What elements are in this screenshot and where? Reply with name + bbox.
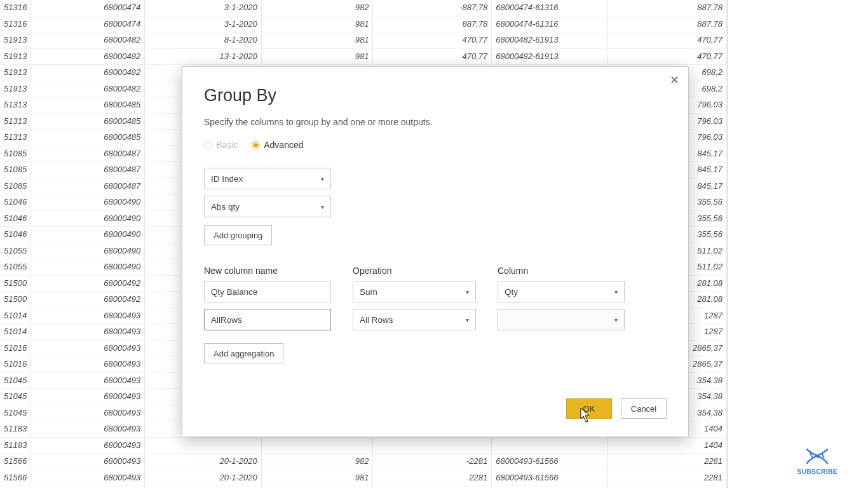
- table-row[interactable]: 510466800049429-1-2020981-191,8868000494…: [0, 486, 727, 489]
- table-cell: 68000487: [31, 146, 145, 162]
- table-cell: 51016: [0, 340, 31, 356]
- agg-name-input-1[interactable]: [204, 309, 331, 330]
- table-cell: 68000474-61316: [492, 0, 608, 16]
- table-cell: 470,77: [373, 48, 492, 65]
- table-cell: 51913: [0, 65, 31, 81]
- table-cell: 51046: [0, 194, 31, 211]
- table-row[interactable]: 515666800049320-1-2020982-228168000493-6…: [0, 454, 727, 470]
- table-cell: 470,77: [608, 32, 727, 49]
- table-row[interactable]: 51183680004931404: [0, 437, 727, 454]
- table-cell: 68000487: [31, 162, 145, 179]
- table-cell: 20-1-2020: [145, 470, 262, 486]
- table-cell: 51085: [0, 146, 31, 162]
- table-cell: 68000494: [31, 486, 145, 489]
- table-cell: 51500: [0, 275, 31, 292]
- table-cell: 51183: [0, 437, 31, 454]
- aggregation-row: All Rows ▾ ▾: [204, 309, 667, 330]
- table-cell: 3-1-2020: [145, 16, 262, 32]
- table-cell: 51055: [0, 259, 31, 276]
- agg-operation-select-1[interactable]: All Rows ▾: [353, 309, 476, 330]
- table-cell: 51046: [0, 486, 31, 489]
- table-cell: 51913: [0, 32, 31, 49]
- table-cell: 2281: [608, 470, 727, 486]
- table-cell: 68000482-61913: [492, 48, 608, 65]
- close-icon[interactable]: ✕: [667, 73, 682, 88]
- table-row[interactable]: 51316680004743-1-2020981887,7868000474-6…: [0, 16, 727, 32]
- table-cell: 8-1-2020: [145, 32, 262, 49]
- table-cell: 981: [261, 32, 373, 49]
- table-cell: 68000485: [31, 130, 145, 146]
- table-cell: 68000490: [31, 227, 145, 243]
- table-cell: [261, 437, 373, 454]
- add-grouping-button[interactable]: Add grouping: [204, 225, 272, 245]
- table-cell: 51913: [0, 81, 31, 97]
- table-cell: 1404: [608, 437, 727, 454]
- table-cell: 191,88: [608, 486, 727, 489]
- table-cell: [145, 437, 262, 454]
- table-row[interactable]: 515666800049320-1-2020981228168000493-61…: [0, 470, 727, 486]
- table-cell: 981: [261, 16, 373, 32]
- table-cell: -191,88: [373, 486, 492, 489]
- table-cell: 981: [261, 486, 373, 489]
- dna-icon: [804, 447, 830, 466]
- dialog-buttons: OK Cancel: [566, 398, 667, 419]
- radio-dot-icon: [252, 141, 260, 149]
- table-row[interactable]: 51913680004828-1-2020981470,7768000482-6…: [0, 32, 727, 49]
- table-cell: 51566: [0, 454, 31, 470]
- table-cell: 68000490: [31, 194, 145, 211]
- table-cell: 68000474: [31, 0, 145, 16]
- table-cell: 68000493: [31, 389, 145, 405]
- table-cell: [373, 437, 492, 454]
- table-cell: 51183: [0, 421, 31, 438]
- group-by-dialog: ✕ Group By Specify the columns to group …: [182, 66, 689, 437]
- table-cell: 68000482: [31, 48, 145, 65]
- table-cell: 51014: [0, 324, 31, 341]
- table-cell: 51085: [0, 162, 31, 179]
- svg-line-2: [822, 453, 824, 458]
- table-cell: 982: [261, 0, 373, 16]
- table-cell: 470,77: [608, 48, 727, 65]
- table-cell: 981: [261, 48, 373, 65]
- table-cell: 68000493: [31, 308, 145, 324]
- table-cell: 51313: [0, 97, 31, 114]
- table-cell: 68000493: [31, 324, 145, 341]
- radio-advanced[interactable]: Advanced: [252, 140, 303, 150]
- table-cell: 68000482: [31, 65, 145, 81]
- cancel-button[interactable]: Cancel: [621, 398, 667, 419]
- table-cell: 68000493: [31, 405, 145, 421]
- mode-radio-group: Basic Advanced: [204, 140, 667, 150]
- agg-operation-select-0[interactable]: Sum ▾: [353, 281, 476, 302]
- add-aggregation-button[interactable]: Add aggregation: [204, 343, 283, 363]
- table-cell: 20-1-2020: [145, 454, 262, 470]
- radio-basic[interactable]: Basic: [204, 140, 238, 150]
- table-cell: 68000485: [31, 113, 145, 130]
- table-cell: -887,78: [373, 0, 492, 16]
- agg-name-input-0[interactable]: [204, 281, 331, 302]
- chevron-down-icon: ▾: [321, 175, 324, 182]
- table-cell: 68000493-61566: [492, 454, 608, 470]
- table-cell: 68000493-61566: [492, 470, 608, 486]
- ok-button[interactable]: OK: [566, 398, 612, 419]
- agg-col0-value: Qty: [505, 287, 518, 297]
- table-cell: 68000493: [31, 437, 145, 454]
- table-cell: 887,78: [373, 16, 492, 32]
- table-row[interactable]: 519136800048213-1-2020981470,7768000482-…: [0, 48, 727, 65]
- table-cell: 68000487: [31, 178, 145, 194]
- table-cell: 887,78: [608, 16, 727, 32]
- groupby-column-select-0[interactable]: ID Index ▾: [204, 168, 331, 189]
- table-cell: 13-1-2020: [145, 48, 262, 65]
- table-cell: 68000493: [31, 421, 145, 438]
- groupby-col1-value: Abs qty: [211, 202, 240, 212]
- table-cell: 68000492: [31, 292, 145, 308]
- chevron-down-icon: ▾: [321, 203, 324, 210]
- agg-column-select-1[interactable]: ▾: [498, 309, 625, 330]
- table-cell: 470,77: [373, 32, 492, 49]
- table-cell: 68000493: [31, 372, 145, 389]
- table-cell: 3-1-2020: [145, 0, 262, 16]
- agg-column-select-0[interactable]: Qty ▾: [498, 281, 625, 302]
- radio-advanced-label: Advanced: [264, 140, 303, 150]
- table-cell: 51045: [0, 405, 31, 421]
- table-cell: 2281: [373, 470, 492, 486]
- groupby-column-select-1[interactable]: Abs qty ▾: [204, 196, 331, 217]
- table-row[interactable]: 51316680004743-1-2020982-887,7868000474-…: [0, 0, 727, 16]
